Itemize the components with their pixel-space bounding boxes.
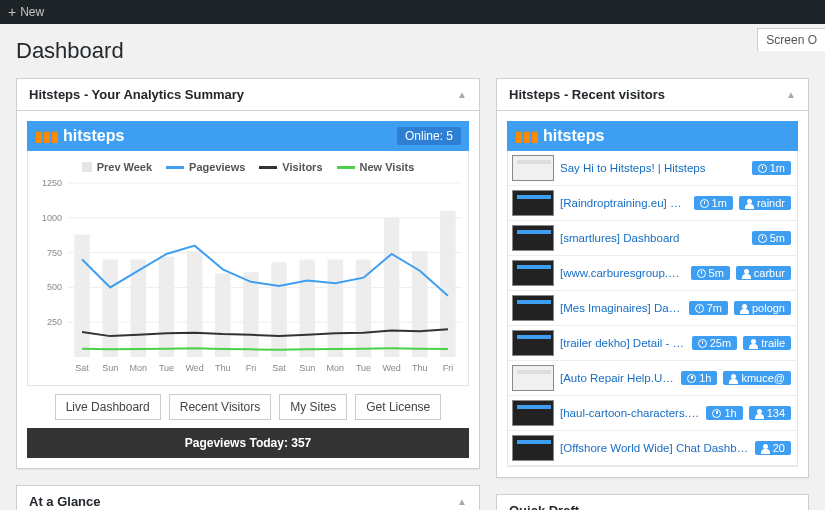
visitor-row[interactable]: [Auto Repair Help.US] Dashboard1hkmuce@	[508, 361, 797, 396]
visitor-list: Say Hi to Hitsteps! | Hitsteps1m[Raindro…	[507, 151, 798, 467]
visitor-page-link[interactable]: [Offshore World Wide] Chat Dashboard - M…	[560, 442, 749, 454]
time-badge: 1h	[681, 371, 717, 385]
time-badge: 1m	[694, 196, 733, 210]
svg-text:Sun: Sun	[299, 363, 315, 373]
svg-text:Fri: Fri	[443, 363, 454, 373]
swatch-pageviews-icon	[166, 166, 184, 169]
collapse-icon[interactable]: ▲	[457, 496, 467, 507]
svg-rect-23	[440, 211, 455, 357]
page-thumbnail	[512, 225, 554, 251]
brand-text: hitsteps	[543, 127, 604, 145]
svg-text:Sun: Sun	[102, 363, 118, 373]
svg-text:250: 250	[47, 317, 62, 327]
svg-rect-19	[328, 260, 343, 357]
svg-text:Mon: Mon	[130, 363, 148, 373]
visitor-page-link[interactable]: [Raindroptraining.eu] Setting	[560, 197, 688, 209]
user-icon	[761, 444, 770, 453]
get-license-button[interactable]: Get License	[355, 394, 441, 420]
visitor-page-link[interactable]: [Mes Imaginaires] Dashboard	[560, 302, 683, 314]
svg-rect-14	[187, 251, 202, 357]
visitor-row[interactable]: [haul-cartoon-characters.com] Detail - V…	[508, 396, 797, 431]
svg-text:Sat: Sat	[75, 363, 89, 373]
my-sites-button[interactable]: My Sites	[279, 394, 347, 420]
box-title: Hitsteps - Your Analytics Summary	[29, 87, 244, 102]
user-badge: carbur	[736, 266, 791, 280]
time-badge: 1m	[752, 161, 791, 175]
live-dashboard-button[interactable]: Live Dashboard	[55, 394, 161, 420]
new-label: New	[20, 5, 44, 19]
time-badge: 25m	[692, 336, 737, 350]
svg-text:Wed: Wed	[185, 363, 203, 373]
clock-icon	[758, 164, 767, 173]
user-icon	[755, 409, 764, 418]
recent-visitors-button[interactable]: Recent Visitors	[169, 394, 271, 420]
visitor-row[interactable]: [Raindroptraining.eu] Setting1mraindr	[508, 186, 797, 221]
svg-text:Tue: Tue	[356, 363, 371, 373]
brand-text: hitsteps	[63, 127, 124, 145]
page-thumbnail	[512, 365, 554, 391]
box-header[interactable]: Hitsteps - Your Analytics Summary ▲	[17, 79, 479, 111]
user-icon	[729, 374, 738, 383]
clock-icon	[758, 234, 767, 243]
svg-text:Wed: Wed	[382, 363, 400, 373]
page-thumbnail	[512, 190, 554, 216]
brand-logo: ▮▮▮ hitsteps	[515, 127, 604, 145]
svg-text:Fri: Fri	[246, 363, 257, 373]
visitor-page-link[interactable]: [Auto Repair Help.US] Dashboard	[560, 372, 675, 384]
user-icon	[740, 304, 749, 313]
quick-draft-box: Quick Draft	[496, 494, 809, 510]
visitor-row[interactable]: [trailer dekho] Detail - Visitors25mtrai…	[508, 326, 797, 361]
online-badge[interactable]: Online: 5	[397, 127, 461, 145]
visitor-page-link[interactable]: [www.carburesgroup.com] Dashboard	[560, 267, 685, 279]
recent-visitors-box: Hitsteps - Recent visitors ▲ ▮▮▮ hitstep…	[496, 78, 809, 478]
user-badge: traile	[743, 336, 791, 350]
analytics-chart: 25050075010001250SatSunMonTueWedThuFriSa…	[28, 177, 468, 377]
user-badge: 134	[749, 406, 791, 420]
visitor-page-link[interactable]: [smartlures] Dashboard	[560, 232, 746, 244]
clock-icon	[687, 374, 696, 383]
visitor-row[interactable]: Say Hi to Hitsteps! | Hitsteps1m	[508, 151, 797, 186]
collapse-icon[interactable]: ▲	[457, 89, 467, 100]
pageviews-today-bar: Pageviews Today: 357	[27, 428, 469, 458]
user-badge: raindr	[739, 196, 791, 210]
bars-icon: ▮▮▮	[35, 128, 59, 144]
visitor-page-link[interactable]: [trailer dekho] Detail - Visitors	[560, 337, 686, 349]
svg-rect-17	[271, 262, 286, 357]
bars-icon: ▮▮▮	[515, 128, 539, 144]
page-title: Dashboard	[16, 38, 809, 64]
user-icon	[745, 199, 754, 208]
box-title: Quick Draft	[509, 503, 579, 510]
box-header[interactable]: At a Glance ▲	[17, 486, 479, 510]
admin-topbar: + New	[0, 0, 825, 24]
analytics-summary-box: Hitsteps - Your Analytics Summary ▲ ▮▮▮ …	[16, 78, 480, 469]
collapse-icon[interactable]: ▲	[786, 89, 796, 100]
svg-rect-11	[102, 260, 117, 357]
chart-legend: Prev Week Pageviews Visitors New Visits	[28, 151, 468, 177]
svg-text:Tue: Tue	[159, 363, 174, 373]
page-thumbnail	[512, 295, 554, 321]
visitor-row[interactable]: [Mes Imaginaires] Dashboard7mpologn	[508, 291, 797, 326]
box-header[interactable]: Hitsteps - Recent visitors ▲	[497, 79, 808, 111]
swatch-prev-icon	[82, 162, 92, 172]
page-thumbnail	[512, 330, 554, 356]
clock-icon	[712, 409, 721, 418]
svg-rect-13	[159, 257, 174, 357]
svg-rect-18	[299, 260, 314, 357]
user-badge: 20	[755, 441, 791, 455]
svg-text:750: 750	[47, 248, 62, 258]
clock-icon	[700, 199, 709, 208]
screen-options-tab[interactable]: Screen O	[757, 28, 825, 51]
user-badge: kmuce@	[723, 371, 791, 385]
plus-icon: +	[8, 5, 16, 19]
box-title: At a Glance	[29, 494, 101, 509]
visitor-row[interactable]: [Offshore World Wide] Chat Dashboard - M…	[508, 431, 797, 466]
svg-text:Thu: Thu	[215, 363, 231, 373]
page-thumbnail	[512, 155, 554, 181]
visitor-row[interactable]: [smartlures] Dashboard5m	[508, 221, 797, 256]
box-header[interactable]: Quick Draft	[497, 495, 808, 510]
visitor-page-link[interactable]: Say Hi to Hitsteps! | Hitsteps	[560, 162, 746, 174]
new-button[interactable]: + New	[8, 5, 44, 19]
box-title: Hitsteps - Recent visitors	[509, 87, 665, 102]
visitor-page-link[interactable]: [haul-cartoon-characters.com] Detail - V…	[560, 407, 700, 419]
visitor-row[interactable]: [www.carburesgroup.com] Dashboard5mcarbu…	[508, 256, 797, 291]
